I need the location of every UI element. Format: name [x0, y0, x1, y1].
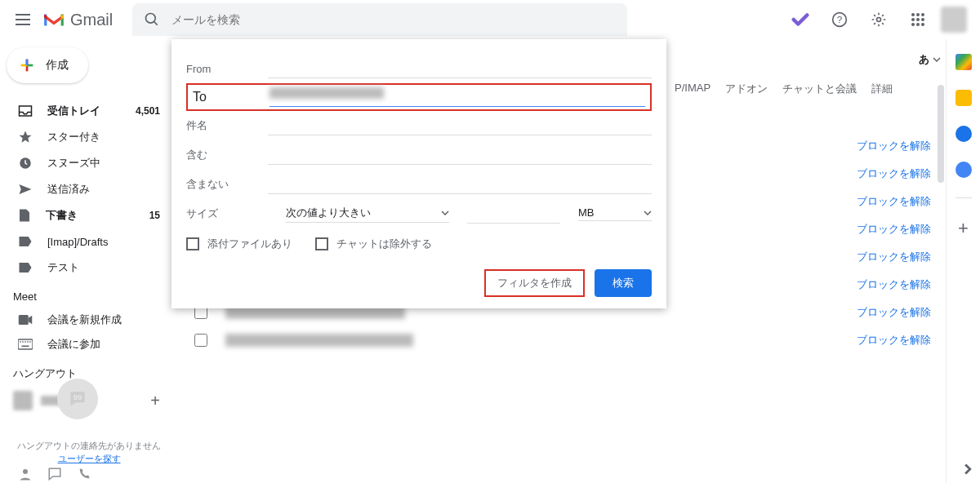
chat-icon[interactable]	[47, 467, 62, 481]
settings-tab[interactable]: チャットと会議	[782, 82, 857, 96]
svg-rect-19	[27, 341, 29, 343]
meet-section-title: Meet	[0, 281, 172, 308]
calendar-addon-icon[interactable]	[956, 54, 972, 70]
svg-text:?: ?	[837, 14, 843, 24]
filter-excludes-input[interactable]	[268, 175, 652, 194]
sidebar: 作成 受信トレイ4,501スター付きスヌーズ中送信済み下書き15[Imap]/D…	[0, 39, 172, 483]
hangout-find-link[interactable]: ユーザーを探す	[11, 453, 167, 465]
menu-icon[interactable]	[7, 3, 39, 36]
gmail-wordmark: Gmail	[70, 11, 113, 29]
nav-item[interactable]: [Imap]/Drafts	[0, 228, 172, 255]
video-icon	[18, 314, 33, 326]
meet-join[interactable]: 会議に参加	[0, 332, 172, 357]
rail-separator	[956, 197, 972, 198]
keyboard-icon	[18, 339, 33, 350]
filter-size-value-input[interactable]	[467, 204, 560, 224]
phone-icon[interactable]	[77, 467, 91, 481]
filter-includes-row: 含む	[186, 140, 652, 170]
svg-point-23	[23, 469, 28, 474]
unblock-link[interactable]: ブロックを解除	[857, 305, 931, 320]
task-icon[interactable]	[784, 3, 817, 36]
unblock-link[interactable]: ブロックを解除	[857, 139, 931, 153]
search-input[interactable]	[172, 13, 616, 26]
unblock-link[interactable]: ブロックを解除	[857, 194, 931, 209]
settings-icon[interactable]	[862, 3, 895, 36]
filter-size-row: サイズ 次の値より大きい MB	[186, 199, 652, 228]
keep-addon-icon[interactable]	[956, 90, 972, 106]
search-bar[interactable]	[132, 3, 627, 36]
filter-exclude-chat-check[interactable]: チャットは除外する	[315, 237, 432, 251]
filter-from-input[interactable]	[268, 59, 652, 78]
tasks-addon-icon[interactable]	[956, 126, 972, 142]
hangout-footer	[18, 465, 91, 483]
filter-size-op-select[interactable]: 次の値より大きい	[286, 206, 449, 223]
filter-from-row: From	[186, 54, 652, 83]
svg-text:99: 99	[74, 392, 82, 401]
nav-item[interactable]: 受信トレイ4,501	[0, 98, 172, 124]
blocked-sender-row: ブロックを解除	[172, 326, 980, 354]
help-icon[interactable]: ?	[823, 3, 856, 36]
svg-point-10	[911, 23, 915, 26]
row-checkbox[interactable]	[194, 334, 207, 347]
unblock-link[interactable]: ブロックを解除	[857, 222, 931, 237]
nav-item[interactable]: スヌーズ中	[0, 150, 172, 176]
svg-point-3	[877, 18, 881, 22]
compose-label: 作成	[46, 58, 69, 73]
svg-point-7	[911, 18, 915, 21]
unblock-link[interactable]: ブロックを解除	[857, 250, 931, 264]
chevron-down-icon	[644, 210, 652, 215]
gmail-m-icon	[42, 11, 65, 29]
nav-item[interactable]: スター付き	[0, 124, 172, 150]
unblock-link[interactable]: ブロックを解除	[857, 166, 931, 181]
header-right: ?	[784, 3, 973, 36]
filter-subject-row: 件名	[186, 111, 652, 140]
filter-size-unit-select[interactable]: MB	[578, 206, 652, 221]
svg-rect-20	[29, 341, 31, 343]
person-icon[interactable]	[18, 467, 33, 481]
unblock-link[interactable]: ブロックを解除	[857, 277, 931, 292]
filter-checks: 添付ファイルあり チャットは除外する	[186, 237, 652, 251]
svg-rect-14	[19, 315, 29, 325]
create-filter-button[interactable]: フィルタを作成	[484, 269, 585, 297]
settings-tab[interactable]: P/IMAP	[675, 82, 710, 96]
hangout-avatar[interactable]	[13, 391, 33, 410]
input-method-button[interactable]: あ	[919, 52, 941, 67]
nav-item[interactable]: 送信済み	[0, 176, 172, 202]
svg-point-12	[921, 23, 924, 26]
settings-tabs: P/IMAPアドオンチャットと会議詳細	[675, 82, 893, 96]
filter-includes-input[interactable]	[268, 145, 652, 165]
nav-list: 受信トレイ4,501スター付きスヌーズ中送信済み下書き15[Imap]/Draf…	[0, 98, 172, 281]
svg-rect-18	[24, 341, 26, 343]
settings-tab[interactable]: アドオン	[725, 82, 768, 96]
search-button[interactable]: 検索	[595, 269, 652, 297]
svg-point-4	[911, 13, 915, 16]
compose-button[interactable]: 作成	[7, 47, 88, 83]
blocked-sender-address	[225, 334, 413, 347]
unblock-link[interactable]: ブロックを解除	[857, 333, 931, 348]
plus-icon	[18, 56, 36, 74]
app-header: Gmail ?	[0, 0, 980, 39]
filter-subject-input[interactable]	[268, 116, 652, 135]
svg-point-8	[916, 18, 920, 21]
nav-item[interactable]: 下書き15	[0, 202, 172, 228]
get-addons-icon[interactable]: +	[958, 218, 969, 239]
rail-collapse-icon[interactable]	[962, 463, 973, 478]
filter-to-input[interactable]	[270, 87, 645, 107]
meet-new[interactable]: 会議を新規作成	[0, 308, 172, 332]
filter-actions: フィルタを作成 検索	[186, 269, 652, 297]
gmail-logo[interactable]: Gmail	[42, 11, 113, 29]
account-avatar[interactable]	[941, 7, 967, 33]
hangout-empty-text: ハングアウトの連絡先がありません	[11, 440, 167, 452]
contacts-addon-icon[interactable]	[956, 162, 972, 178]
filter-to-row: To	[186, 83, 652, 111]
settings-tab[interactable]: 詳細	[871, 82, 893, 96]
hangout-add-icon[interactable]: +	[150, 392, 160, 410]
apps-icon[interactable]	[902, 3, 934, 36]
svg-point-9	[921, 18, 924, 21]
chevron-down-icon	[441, 210, 449, 215]
scrollbar[interactable]	[938, 85, 944, 183]
filter-has-attachment-check[interactable]: 添付ファイルあり	[186, 237, 292, 251]
nav-item[interactable]: テスト	[0, 255, 172, 281]
side-rail: +	[946, 39, 980, 483]
svg-rect-15	[18, 339, 33, 349]
